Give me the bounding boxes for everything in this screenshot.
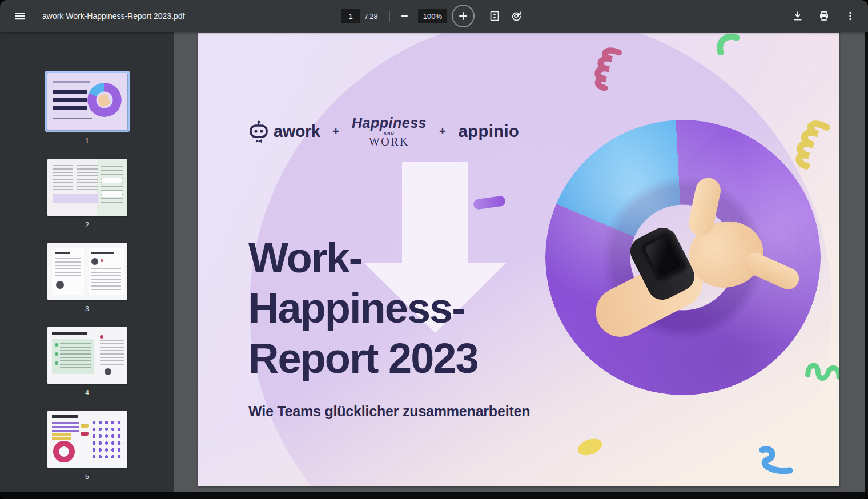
and-logo-text: AND xyxy=(384,131,395,135)
appinio-logo: appinio xyxy=(459,122,520,141)
pdf-page-1: awork + Happiness AND WORK + appinio Wor… xyxy=(198,33,839,486)
blue-ribbon-confetti xyxy=(757,445,798,480)
window-bottom-edge xyxy=(0,492,868,499)
zoom-level: 100% xyxy=(418,9,447,23)
menu-button[interactable] xyxy=(9,5,31,27)
cover-subtitle: Wie Teams glücklicher zusammenarbeiten xyxy=(248,403,530,420)
minus-icon xyxy=(399,11,409,21)
viewer-content: 1 2 3 xyxy=(0,32,868,499)
zoom-in-button[interactable] xyxy=(452,5,475,27)
thumbnail-page-1[interactable] xyxy=(47,73,127,130)
download-icon xyxy=(792,10,803,22)
toolbar-center: / 28 100% xyxy=(341,0,527,32)
awork-logo-text: awork xyxy=(274,122,320,141)
hamburger-icon xyxy=(14,10,26,22)
thumbnail-label: 1 xyxy=(85,137,89,146)
work-logo-text: WORK xyxy=(369,136,409,147)
plus-separator: + xyxy=(332,125,339,138)
thumbnail-item: 5 xyxy=(47,411,127,481)
thumbnail-page-2[interactable] xyxy=(47,159,127,216)
toolbar: awork Work-Happiness-Report 2023.pdf / 2… xyxy=(0,0,868,32)
vertical-scrollbar[interactable] xyxy=(865,32,868,499)
cover-title-line-1: Work- xyxy=(248,233,478,283)
thumbnail-label: 2 xyxy=(85,221,89,230)
awork-logo: awork xyxy=(248,120,320,144)
plus-icon xyxy=(458,11,468,21)
toolbar-right xyxy=(787,5,868,27)
document-title: awork Work-Happiness-Report 2023.pdf xyxy=(42,11,185,21)
download-button[interactable] xyxy=(787,5,809,27)
print-button[interactable] xyxy=(813,5,835,27)
happiness-and-work-logo: Happiness AND WORK xyxy=(352,116,427,147)
rotate-button[interactable] xyxy=(505,5,527,27)
thumbnail-item: 2 xyxy=(47,159,127,230)
thumbnail-item: 3 xyxy=(47,243,127,313)
toolbar-left: awork Work-Happiness-Report 2023.pdf xyxy=(0,5,185,27)
thumbnail-page-4[interactable] xyxy=(47,327,127,384)
partner-logos: awork + Happiness AND WORK + appinio xyxy=(248,116,519,147)
page-count-label: / 28 xyxy=(365,12,378,21)
print-icon xyxy=(818,10,830,22)
vertical-ellipsis-icon xyxy=(845,11,855,21)
fit-to-page-icon xyxy=(489,10,500,22)
thumbnail-page-5[interactable] xyxy=(47,411,127,468)
zoom-out-button[interactable] xyxy=(393,5,415,27)
thumbnail-item: 1 xyxy=(45,71,130,146)
toolbar-divider xyxy=(389,11,390,22)
rotate-counterclockwise-icon xyxy=(511,10,522,22)
pdf-viewer-window: awork Work-Happiness-Report 2023.pdf / 2… xyxy=(0,0,868,499)
cover-title-line-2: Happiness- xyxy=(248,283,478,333)
toolbar-divider xyxy=(480,11,480,22)
thumbnail-label: 4 xyxy=(85,389,89,397)
hand-knuckle xyxy=(740,228,753,242)
thumbnail-selection-border xyxy=(45,71,130,132)
cover-title-line-3: Report 2023 xyxy=(248,333,478,384)
page-number-input[interactable] xyxy=(341,9,360,23)
plus-separator: + xyxy=(439,125,446,138)
thumbnail-label: 3 xyxy=(85,305,89,313)
more-options-button[interactable] xyxy=(839,5,861,27)
awork-robot-icon xyxy=(248,120,269,144)
cover-title: Work- Happiness- Report 2023 xyxy=(248,233,478,384)
happiness-logo-text: Happiness xyxy=(352,116,427,130)
thumbnail-item: 4 xyxy=(47,327,127,397)
thumbnail-label: 5 xyxy=(85,473,89,481)
document-viewport: awork + Happiness AND WORK + appinio Wor… xyxy=(174,32,868,499)
thumbnail-page-3[interactable] xyxy=(47,243,127,300)
thumbnail-sidebar: 1 2 3 xyxy=(0,32,174,499)
fit-to-page-button[interactable] xyxy=(484,5,505,27)
green-curl-confetti xyxy=(715,33,741,55)
